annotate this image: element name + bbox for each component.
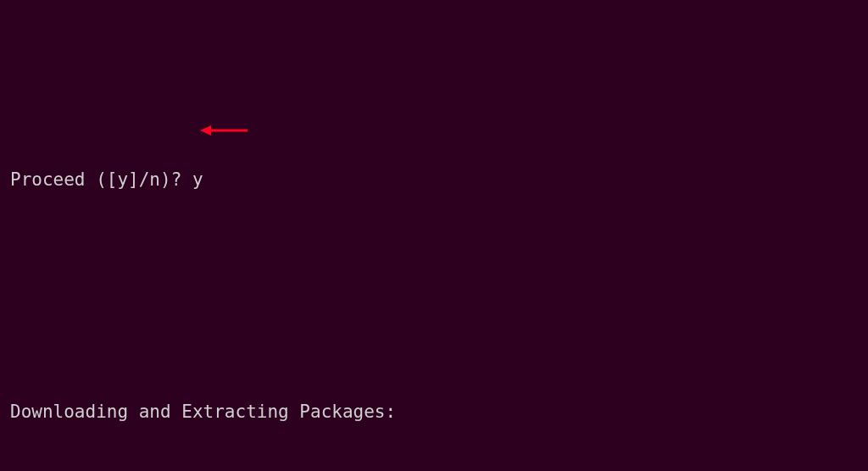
- svg-marker-1: [200, 125, 211, 136]
- output-line: [10, 244, 858, 269]
- output-line: Proceed ([y]/n)? y: [10, 167, 858, 192]
- output-line: Downloading and Extracting Packages:: [10, 399, 858, 424]
- output-line: [10, 321, 858, 346]
- terminal-output[interactable]: Proceed ([y]/n)? y Downloading and Extra…: [10, 115, 858, 471]
- arrow-icon: [198, 122, 249, 139]
